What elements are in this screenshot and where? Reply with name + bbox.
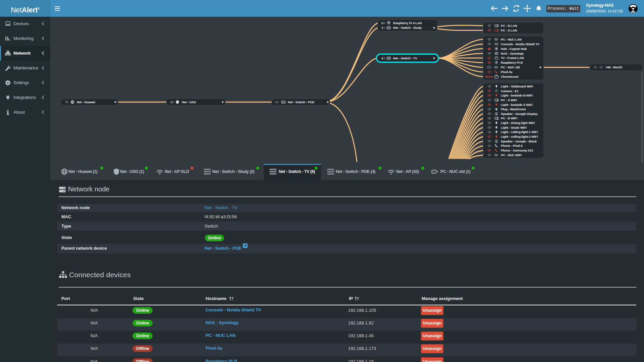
svg-text:Plug - Washroom: Plug - Washroom [501, 107, 526, 111]
svg-text:Light - ceiling-light-2 WiFi: Light - ceiling-light-2 WiFi [501, 135, 538, 138]
svg-text:Light - bedside S WiFi: Light - bedside S WiFi [501, 103, 533, 107]
svg-text:Phone - Pixel 6: Phone - Pixel 6 [501, 144, 523, 147]
svg-text:VM - NixOS: VM - NixOS [606, 65, 622, 69]
svg-text:Camera - E1: Camera - E1 [501, 89, 519, 93]
svg-text:PC - S LAN: PC - S LAN [501, 28, 517, 32]
svg-text:Hub - Cygnet Hub: Hub - Cygnet Hub [501, 47, 527, 51]
svg-text:Raspberry Pi 4 LAN: Raspberry Pi 4 LAN [393, 21, 422, 25]
svg-text:Light - bedside B WiFi: Light - bedside B WiFi [501, 94, 533, 97]
svg-text:Light - Dining light WiFi: Light - Dining light WiFi [501, 121, 535, 125]
svg-text:Speaker - Google Display: Speaker - Google Display [501, 112, 538, 116]
svg-text:PC - S WiFi: PC - S WiFi [501, 98, 517, 102]
svg-text:Console - Nvidia Shield TV: Console - Nvidia Shield TV [501, 42, 540, 46]
svg-text:Net - Switch - TV: Net - Switch - TV [393, 56, 417, 60]
svg-text:PC - B WiFi: PC - B WiFi [501, 116, 517, 120]
svg-text:Pixel-3a: Pixel-3a [501, 70, 513, 74]
svg-text:PC - NUC LAN: PC - NUC LAN [501, 38, 522, 41]
svg-text:PC - NUC old: PC - NUC old [501, 65, 520, 69]
svg-text:Net - USG: Net - USG [182, 100, 196, 104]
svg-text:3: 3 [381, 26, 383, 29]
svg-text:TV - Frame LAN: TV - Frame LAN [501, 56, 524, 60]
svg-text:Net - Switch - POE: Net - Switch - POE [288, 100, 314, 104]
svg-text:None: None [485, 75, 493, 78]
svg-text:Light - Sideboard WiFi: Light - Sideboard WiFi [501, 84, 533, 88]
svg-text:NAS - Synology: NAS - Synology [501, 52, 524, 55]
svg-text:Net - Huawei: Net - Huawei [77, 100, 95, 104]
svg-text:Raspberry Pi B: Raspberry Pi B [501, 61, 523, 64]
svg-text:Light - ceiling-light-1 WiFi: Light - ceiling-light-1 WiFi [501, 130, 538, 134]
svg-text:PC - NUC WiFi: PC - NUC WiFi [501, 153, 522, 157]
svg-text:Chromecast: Chromecast [501, 75, 519, 78]
svg-text:Light - Study WiFi: Light - Study WiFi [501, 126, 527, 129]
svg-text:Speaker - Google - Black: Speaker - Google - Black [501, 139, 537, 143]
svg-text:Phone - Samsung S10: Phone - Samsung S10 [501, 148, 533, 152]
svg-text:Net - Switch - Study: Net - Switch - Study [393, 26, 422, 29]
svg-text:PC - B LAN: PC - B LAN [501, 24, 517, 27]
